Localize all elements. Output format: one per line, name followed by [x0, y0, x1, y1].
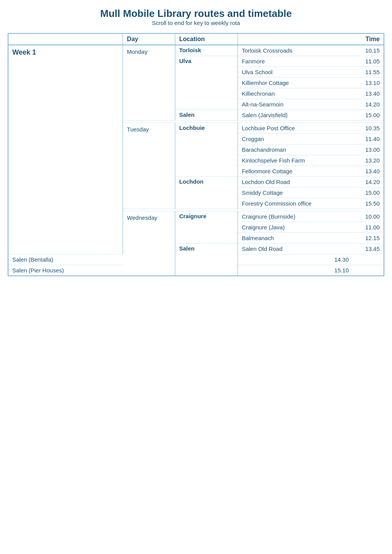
time-cell: 15.00 [352, 110, 384, 121]
day-cell: Monday [123, 45, 175, 121]
time-cell: 13.10 [352, 78, 384, 88]
stop-cell: Fanmore [238, 56, 353, 67]
location-cell: Lochdon [175, 177, 238, 209]
table-row: Week 1MondayTorloiskTorloisk Crossroads1… [8, 45, 384, 56]
stop-cell: Torloisk Crossroads [238, 45, 353, 56]
col-header-location: Location [175, 33, 238, 45]
stop-cell: Lochbuie Post Office [238, 123, 353, 134]
location-cell: Craignure [175, 211, 238, 244]
location-cell: Salen [175, 110, 238, 121]
stop-cell: Alt-na-Searmoin [238, 99, 353, 110]
stop-cell: Barachandroman [238, 144, 353, 155]
week-cell: Week 1 [8, 45, 123, 254]
time-cell: 12.15 [352, 233, 384, 244]
location-cell: Ulva [175, 56, 238, 110]
col-header-week [8, 33, 123, 45]
time-cell: 15.00 [352, 187, 384, 198]
stop-cell: Ulva School [238, 67, 353, 78]
stop-cell: Craignure (Burnside) [238, 211, 353, 222]
time-cell: 11.40 [352, 134, 384, 144]
stop-cell: Kinlochspelve Fish Farm [238, 155, 353, 166]
time-cell: 15.10 [238, 265, 353, 276]
location-cell: Lochbuie [175, 123, 238, 177]
time-cell: 11.05 [352, 56, 384, 67]
stop-cell: Salen (Bentalla) [8, 254, 123, 265]
time-cell: 11.55 [352, 67, 384, 78]
time-cell: 14.30 [238, 254, 353, 265]
stop-cell: Croggan [238, 134, 353, 144]
time-cell: 13.40 [352, 88, 384, 99]
col-header-stop [238, 33, 353, 45]
stop-cell: Lochdon Old Road [238, 177, 353, 187]
stop-cell: Salen (Jarvisfield) [238, 110, 353, 121]
location-cell: Salen [175, 244, 238, 276]
page-header: Mull Mobile Library routes and timetable… [8, 8, 384, 26]
time-cell: 13.00 [352, 144, 384, 155]
time-cell: 13.45 [352, 244, 384, 254]
timetable: Day Location Time Week 1MondayTorloiskTo… [8, 33, 384, 276]
col-header-time: Time [352, 33, 384, 45]
day-cell: Tuesday [123, 123, 175, 209]
time-cell: 14.20 [352, 177, 384, 187]
time-cell: 10.35 [352, 123, 384, 134]
stop-cell: Salen (Pier Houses) [8, 265, 123, 276]
time-cell: 15.50 [352, 198, 384, 209]
stop-cell: Fellonmore Cottage [238, 166, 353, 177]
stop-cell: Killiechronan [238, 88, 353, 99]
time-cell: 13.20 [352, 155, 384, 166]
time-cell: 13.40 [352, 166, 384, 177]
stop-cell: Salen Old Road [238, 244, 353, 254]
stop-cell: Craignure (Java) [238, 222, 353, 233]
time-cell: 10.00 [352, 211, 384, 222]
stop-cell: Killiemhor Cottage [238, 78, 353, 88]
page-title: Mull Mobile Library routes and timetable [8, 8, 384, 20]
location-cell: Torloisk [175, 45, 238, 56]
stop-cell: Forestry Commission office [238, 198, 353, 209]
time-cell: 11.00 [352, 222, 384, 233]
stop-cell: Smiddy Cottage [238, 187, 353, 198]
time-cell: 10.15 [352, 45, 384, 56]
day-cell: Wednesday [123, 211, 175, 276]
page-subtitle: Scroll to end for key to weekly rota [8, 20, 384, 26]
stop-cell: Balmeanach [238, 233, 353, 244]
time-cell: 14.20 [352, 99, 384, 110]
col-header-day: Day [123, 33, 175, 45]
